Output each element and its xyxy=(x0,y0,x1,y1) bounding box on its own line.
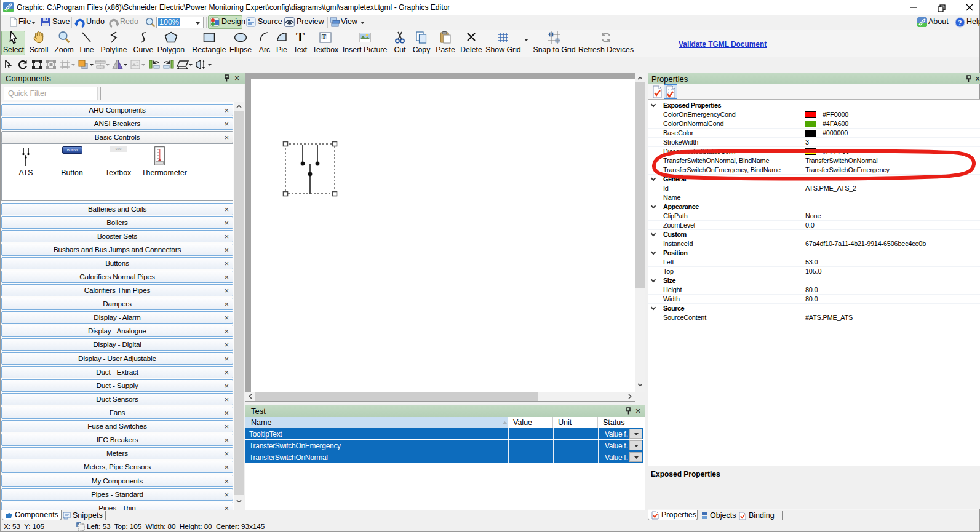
svg-text:?: ? xyxy=(958,18,962,27)
svg-text:T: T xyxy=(322,33,326,40)
